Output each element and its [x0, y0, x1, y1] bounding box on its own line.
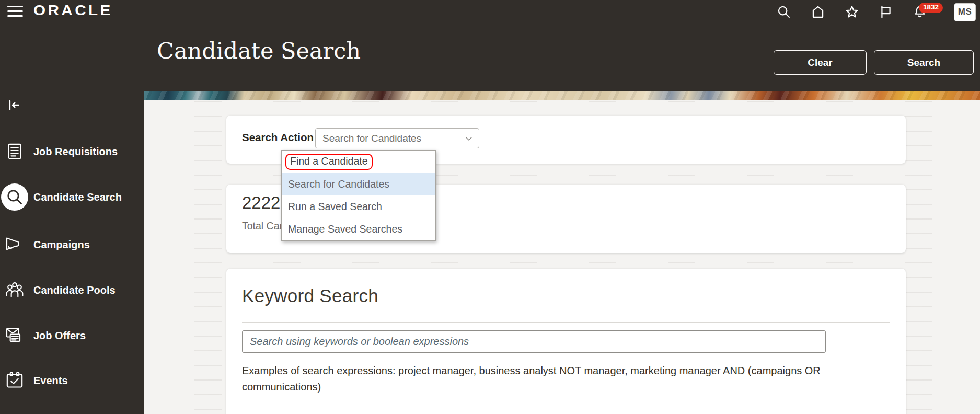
- search-icon[interactable]: [777, 5, 791, 19]
- keyword-search-card: Keyword Search Examples of search expres…: [226, 269, 906, 414]
- calendar-check-icon: [1, 367, 28, 394]
- sidebar-item-candidate-pools[interactable]: Candidate Pools: [0, 274, 144, 306]
- sidebar-collapse-icon[interactable]: [7, 98, 21, 112]
- search-button[interactable]: Search: [874, 50, 974, 75]
- sidebar-item-campaigns[interactable]: Campaigns: [0, 229, 144, 260]
- user-avatar[interactable]: MS: [954, 3, 976, 21]
- annotation-highlight: Find a Candidate: [285, 154, 373, 170]
- sidebar-item-candidate-search[interactable]: Candidate Search: [0, 181, 144, 213]
- menu-item-search-for-candidates[interactable]: Search for Candidates: [282, 173, 435, 196]
- sidebar-item-job-requisitions[interactable]: Job Requisitions: [0, 136, 144, 167]
- header-icon-bar: 1832 MS: [777, 0, 976, 24]
- clear-button[interactable]: Clear: [774, 50, 867, 75]
- envelope-letter-icon: [1, 322, 28, 349]
- menu-item-manage-saved-searches[interactable]: Manage Saved Searches: [282, 218, 435, 240]
- keyword-search-input[interactable]: [242, 330, 826, 353]
- document-list-icon: [1, 138, 28, 165]
- keyword-search-title: Keyword Search: [242, 285, 378, 306]
- divider: [242, 322, 890, 323]
- chevron-down-icon: [464, 133, 474, 144]
- menu-item-run-a-saved-search[interactable]: Run a Saved Search: [282, 196, 435, 218]
- page-title: Candidate Search: [157, 38, 361, 64]
- search-action-dropdown[interactable]: Search for Candidates: [315, 128, 479, 148]
- favorites-star-icon[interactable]: [845, 5, 859, 19]
- home-icon[interactable]: [811, 5, 825, 19]
- notification-count-badge: 1832: [919, 3, 943, 13]
- search-examples-text: Examples of search expressions: project …: [242, 363, 843, 395]
- notifications-bell-icon[interactable]: 1832: [913, 5, 927, 19]
- hamburger-menu-icon[interactable]: [7, 5, 23, 18]
- dropdown-selected-value: Search for Candidates: [322, 129, 421, 148]
- magnifier-icon: [1, 183, 28, 211]
- flag-icon[interactable]: [879, 5, 893, 19]
- megaphone-icon: [1, 231, 28, 258]
- decorative-banner: [144, 91, 980, 100]
- sidebar-item-job-offers[interactable]: Job Offers: [0, 320, 144, 351]
- menu-item-find-a-candidate[interactable]: Find a Candidate: [282, 151, 435, 173]
- search-action-label: Search Action: [242, 131, 314, 144]
- oracle-logo: ORACLE: [33, 3, 113, 19]
- candidate-search-page: ORACLE 1832 MS Candidate Search Clear Se…: [0, 0, 980, 414]
- sidebar-item-events[interactable]: Events: [0, 365, 144, 396]
- search-action-menu: Find a Candidate Search for Candidates R…: [281, 150, 436, 241]
- people-group-icon: [1, 277, 28, 304]
